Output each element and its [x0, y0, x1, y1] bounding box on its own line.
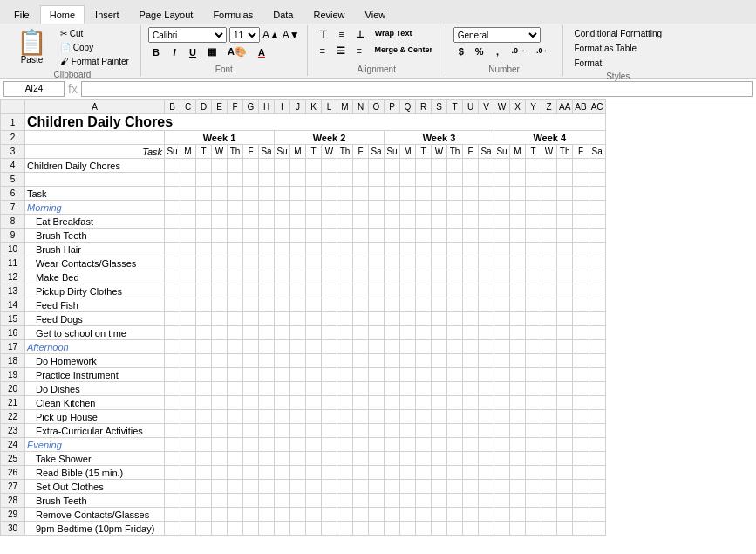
check-cell-r16-c10[interactable] — [322, 326, 337, 340]
check-cell-r8-c22[interactable] — [510, 215, 526, 229]
check-cell-r29-c27[interactable] — [589, 508, 605, 522]
check-cell-r10-c12[interactable] — [353, 243, 369, 256]
task-cell-25[interactable]: Take Shower — [25, 452, 165, 466]
check-cell-r20-c11[interactable] — [337, 382, 353, 396]
check-cell-r25-c26[interactable] — [573, 452, 589, 466]
check-cell-r22-c6[interactable] — [259, 410, 275, 424]
check-cell-r21-c20[interactable] — [479, 396, 494, 410]
check-cell-r6-c2[interactable] — [196, 187, 212, 201]
decrease-decimal-button[interactable]: .0← — [532, 44, 555, 58]
check-cell-r6-c26[interactable] — [573, 187, 589, 201]
check-cell-r30-c25[interactable] — [557, 522, 573, 536]
check-cell-r13-c15[interactable] — [400, 284, 416, 298]
check-cell-r4-c18[interactable] — [447, 159, 463, 173]
check-cell-r11-c16[interactable] — [416, 256, 432, 270]
check-cell-r23-c25[interactable] — [557, 424, 573, 438]
check-cell-r25-c12[interactable] — [353, 452, 369, 466]
check-cell-r16-c1[interactable] — [180, 326, 196, 340]
check-cell-r25-c9[interactable] — [306, 452, 322, 466]
check-cell-r18-c18[interactable] — [447, 354, 463, 368]
font-name-select[interactable]: Calibri — [148, 27, 227, 43]
check-cell-r17-c17[interactable] — [432, 340, 447, 354]
check-cell-r23-c6[interactable] — [259, 424, 275, 438]
check-cell-r7-c12[interactable] — [353, 201, 369, 215]
check-cell-r7-c15[interactable] — [400, 201, 416, 215]
align-middle-button[interactable]: ≡ — [334, 27, 350, 42]
check-cell-r18-c6[interactable] — [259, 354, 275, 368]
check-cell-r17-c3[interactable] — [212, 340, 228, 354]
formula-input[interactable] — [81, 81, 753, 97]
check-cell-r5-c19[interactable] — [463, 173, 479, 187]
check-cell-r5-c15[interactable] — [400, 173, 416, 187]
check-cell-r18-c25[interactable] — [557, 354, 573, 368]
check-cell-r23-c9[interactable] — [306, 424, 322, 438]
check-cell-r13-c19[interactable] — [463, 284, 479, 298]
check-cell-r25-c1[interactable] — [180, 452, 196, 466]
check-cell-r21-c11[interactable] — [337, 396, 353, 410]
check-cell-r25-c15[interactable] — [400, 452, 416, 466]
check-cell-r19-c11[interactable] — [337, 368, 353, 382]
check-cell-r21-c8[interactable] — [290, 396, 306, 410]
check-cell-r10-c13[interactable] — [369, 243, 385, 256]
check-cell-r23-c20[interactable] — [479, 424, 494, 438]
check-cell-r26-c16[interactable] — [416, 466, 432, 480]
percent-button[interactable]: % — [471, 44, 488, 58]
check-cell-r21-c16[interactable] — [416, 396, 432, 410]
copy-button[interactable]: 📄 Copy — [56, 41, 133, 54]
check-cell-r18-c27[interactable] — [589, 354, 605, 368]
check-cell-r28-c2[interactable] — [196, 494, 212, 508]
check-cell-r18-c4[interactable] — [228, 354, 243, 368]
check-cell-r9-c21[interactable] — [494, 229, 510, 243]
check-cell-r7-c19[interactable] — [463, 201, 479, 215]
check-cell-r17-c14[interactable] — [385, 340, 400, 354]
check-cell-r14-c3[interactable] — [212, 298, 228, 312]
check-cell-r23-c10[interactable] — [322, 424, 337, 438]
check-cell-r10-c27[interactable] — [589, 243, 605, 256]
check-cell-r7-c20[interactable] — [479, 201, 494, 215]
check-cell-r18-c5[interactable] — [243, 354, 259, 368]
check-cell-r23-c19[interactable] — [463, 424, 479, 438]
check-cell-r30-c9[interactable] — [306, 522, 322, 536]
check-cell-r15-c27[interactable] — [589, 312, 605, 326]
check-cell-r9-c26[interactable] — [573, 229, 589, 243]
check-cell-r29-c23[interactable] — [526, 508, 541, 522]
check-cell-r28-c20[interactable] — [479, 494, 494, 508]
check-cell-r14-c18[interactable] — [447, 298, 463, 312]
check-cell-r7-c27[interactable] — [589, 201, 605, 215]
check-cell-r9-c6[interactable] — [259, 229, 275, 243]
task-cell-21[interactable]: Clean Kitchen — [25, 396, 165, 410]
check-cell-r30-c18[interactable] — [447, 522, 463, 536]
check-cell-r6-c3[interactable] — [212, 187, 228, 201]
check-cell-r23-c11[interactable] — [337, 424, 353, 438]
check-cell-r20-c9[interactable] — [306, 382, 322, 396]
check-cell-r5-c3[interactable] — [212, 173, 228, 187]
check-cell-r14-c15[interactable] — [400, 298, 416, 312]
check-cell-r25-c20[interactable] — [479, 452, 494, 466]
check-cell-r29-c26[interactable] — [573, 508, 589, 522]
check-cell-r20-c16[interactable] — [416, 382, 432, 396]
check-cell-r23-c26[interactable] — [573, 424, 589, 438]
check-cell-r28-c19[interactable] — [463, 494, 479, 508]
check-cell-r7-c16[interactable] — [416, 201, 432, 215]
check-cell-r5-c6[interactable] — [259, 173, 275, 187]
check-cell-r27-c12[interactable] — [353, 480, 369, 494]
check-cell-r10-c17[interactable] — [432, 243, 447, 256]
check-cell-r11-c4[interactable] — [228, 256, 243, 270]
check-cell-r12-c1[interactable] — [180, 270, 196, 284]
check-cell-r16-c4[interactable] — [228, 326, 243, 340]
check-cell-r12-c25[interactable] — [557, 270, 573, 284]
bold-button[interactable]: B — [148, 45, 164, 59]
check-cell-r18-c0[interactable] — [165, 354, 180, 368]
check-cell-r8-c25[interactable] — [557, 215, 573, 229]
check-cell-r10-c22[interactable] — [510, 243, 526, 256]
check-cell-r30-c15[interactable] — [400, 522, 416, 536]
font-color-button[interactable]: A — [254, 45, 269, 59]
check-cell-r21-c9[interactable] — [306, 396, 322, 410]
check-cell-r25-c18[interactable] — [447, 452, 463, 466]
check-cell-r29-c14[interactable] — [385, 508, 400, 522]
check-cell-r16-c23[interactable] — [526, 326, 541, 340]
check-cell-r22-c19[interactable] — [463, 410, 479, 424]
check-cell-r8-c21[interactable] — [494, 215, 510, 229]
check-cell-r8-c14[interactable] — [385, 215, 400, 229]
check-cell-r27-c11[interactable] — [337, 480, 353, 494]
